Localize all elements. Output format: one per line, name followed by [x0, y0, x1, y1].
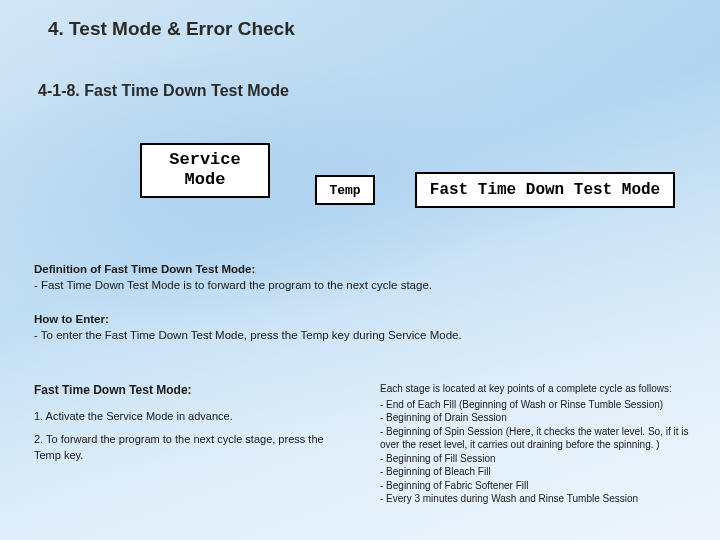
box-temp-key: Temp — [315, 175, 375, 205]
stage-item: - Every 3 minutes during Wash and Rinse … — [380, 492, 700, 506]
box-fast-time-down: Fast Time Down Test Mode — [415, 172, 675, 208]
definition-block: Definition of Fast Time Down Test Mode: … — [34, 262, 432, 293]
howto-block: How to Enter: - To enter the Fast Time D… — [34, 312, 462, 343]
definition-body: - Fast Time Down Test Mode is to forward… — [34, 279, 432, 291]
howto-heading: How to Enter: — [34, 313, 109, 325]
stage-item: - Beginning of Drain Session — [380, 411, 700, 425]
howto-body: - To enter the Fast Time Down Test Mode,… — [34, 329, 462, 341]
stage-item: - End of Each Fill (Beginning of Wash or… — [380, 398, 700, 412]
page-main-title: 4. Test Mode & Error Check — [48, 18, 295, 40]
stage-item: - Beginning of Fill Session — [380, 452, 700, 466]
definition-heading: Definition of Fast Time Down Test Mode: — [34, 263, 255, 275]
stage-item: - Beginning of Fabric Softener Fill — [380, 479, 700, 493]
right-intro: Each stage is located at key points of a… — [380, 382, 700, 396]
left-heading: Fast Time Down Test Mode: — [34, 382, 344, 399]
step-2: 2. To forward the program to the next cy… — [34, 432, 344, 463]
box-service-mode: Service Mode — [140, 143, 270, 198]
stage-item: - Beginning of Spin Session (Here, it ch… — [380, 425, 700, 452]
stage-item: - Beginning of Bleach Fill — [380, 465, 700, 479]
right-column: Each stage is located at key points of a… — [380, 382, 700, 506]
page-subsection-title: 4-1-8. Fast Time Down Test Mode — [38, 82, 289, 100]
left-column: Fast Time Down Test Mode: 1. Activate th… — [34, 382, 344, 471]
step-1: 1. Activate the Service Mode in advance. — [34, 409, 344, 424]
